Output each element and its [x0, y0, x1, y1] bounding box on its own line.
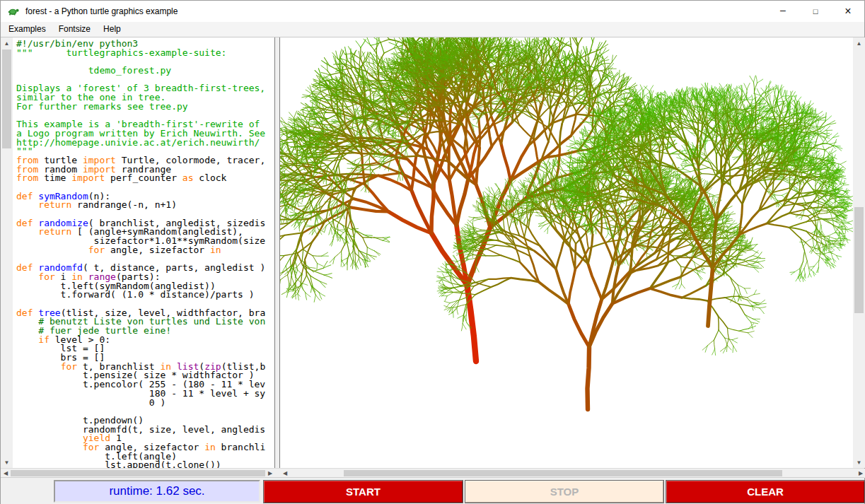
down-arrow-icon: ▼ — [857, 459, 862, 466]
canvas-pane — [279, 37, 853, 468]
code-token: 0 ) — [16, 397, 166, 408]
code-token: in — [204, 442, 216, 452]
start-button[interactable]: START — [263, 480, 463, 503]
main-content: ▲ ▼ #!/usr/bin/env python3""" turtlegrap… — [1, 37, 864, 468]
code-line: 0 ) — [16, 399, 274, 408]
code-scroll-down-button[interactable]: ▼ — [1, 457, 13, 468]
code-line: return randrange(-n, n+1) — [16, 201, 274, 210]
down-arrow-icon: ▼ — [4, 459, 10, 466]
canvas-vertical-scrollbar[interactable]: ▲ ▼ — [853, 37, 865, 468]
code-token: import — [71, 172, 105, 183]
code-token: as — [182, 172, 194, 183]
stop-button[interactable]: STOP — [465, 480, 664, 503]
code-vertical-scrollbar[interactable]: ▲ ▼ — [1, 37, 13, 468]
menubar: Examples Fontsize Help — [1, 22, 864, 37]
code-line: tdemo_forest.py — [16, 66, 274, 76]
code-token: from — [16, 172, 38, 183]
code-line: t.forward( (1.0 * distance)/parts ) — [16, 291, 274, 300]
close-button[interactable]: × — [832, 1, 864, 22]
titlebar: forest - a Python turtle graphics exampl… — [1, 1, 864, 22]
menu-fontsize[interactable]: Fontsize — [52, 22, 97, 37]
code-editor[interactable]: #!/usr/bin/env python3""" turtlegraphics… — [13, 37, 275, 468]
code-line: For further remarks see tree.py — [16, 102, 274, 112]
left-arrow-icon: ◀ — [283, 470, 287, 476]
menu-help[interactable]: Help — [97, 22, 127, 37]
code-token — [16, 199, 38, 210]
code-token — [16, 245, 88, 255]
code-line: lst.append(t.clone()) — [16, 461, 274, 468]
app-window: forest - a Python turtle graphics exampl… — [0, 0, 865, 504]
code-token: angle, sizefactor — [105, 245, 210, 255]
code-vertical-scrollbar-thumb[interactable] — [2, 49, 11, 148]
canvas-scroll-down-button[interactable]: ▼ — [853, 457, 865, 468]
window-controls: – □ × — [767, 1, 864, 22]
up-arrow-icon: ▲ — [857, 40, 862, 47]
code-token: return — [38, 199, 71, 210]
code-line: http://homepage.univie.ac.at/erich.neuwi… — [16, 139, 274, 148]
canvas-horizontal-scrollbar-thumb[interactable] — [344, 470, 782, 476]
code-scroll-up-button[interactable]: ▲ — [1, 37, 13, 49]
window-title: forest - a Python turtle graphics exampl… — [25, 6, 178, 16]
code-token: http://homepage.univie.ac.at/erich.neuwi… — [16, 137, 260, 148]
code-line: from time import perf_counter as clock — [16, 174, 274, 183]
bottom-bar: runtime: 1.62 sec. START STOP CLEAR — [1, 477, 864, 504]
canvas-vertical-scrollbar-thumb[interactable] — [854, 207, 864, 313]
code-token: tdemo_forest.py — [16, 65, 171, 76]
code-token: time — [38, 172, 71, 183]
code-token: t.forward( (1.0 * distance)/parts ) — [16, 289, 255, 300]
code-token: branchli — [216, 442, 265, 452]
code-line: for angle, sizefactor in — [16, 246, 274, 255]
menu-examples[interactable]: Examples — [2, 22, 52, 37]
code-line: """ turtlegraphics-example-suite: — [16, 49, 274, 58]
code-token: lst.append(t.clone()) — [16, 459, 221, 468]
code-token: """ turtlegraphics-example-suite: — [16, 47, 226, 58]
clear-button[interactable]: CLEAR — [666, 480, 865, 503]
code-token: for — [88, 245, 105, 255]
code-token: randrange(-n, n+1) — [71, 199, 177, 210]
code-token: clock — [193, 172, 226, 183]
maximize-button[interactable]: □ — [799, 1, 832, 22]
turtle-app-icon — [7, 5, 20, 18]
code-token: For further remarks see tree.py — [16, 101, 188, 112]
up-arrow-icon: ▲ — [4, 40, 10, 47]
minimize-icon: – — [780, 4, 786, 16]
left-arrow-icon: ◀ — [4, 470, 8, 476]
maximize-icon: □ — [813, 7, 818, 16]
horizontal-scrollbars: ◀ ▶ ◀ ▶ — [1, 468, 864, 477]
code-horizontal-scrollbar-thumb[interactable] — [11, 470, 265, 476]
turtle-canvas[interactable] — [280, 37, 853, 468]
right-arrow-icon: ▶ — [268, 470, 272, 476]
close-icon: × — [844, 5, 851, 18]
code-token: perf_counter — [105, 172, 182, 183]
output-label: runtime: 1.62 sec. — [54, 480, 260, 503]
canvas-scroll-up-button[interactable]: ▲ — [853, 37, 865, 49]
minimize-button[interactable]: – — [767, 1, 799, 22]
right-arrow-icon: ▶ — [859, 470, 863, 476]
code-token: in — [210, 245, 221, 255]
